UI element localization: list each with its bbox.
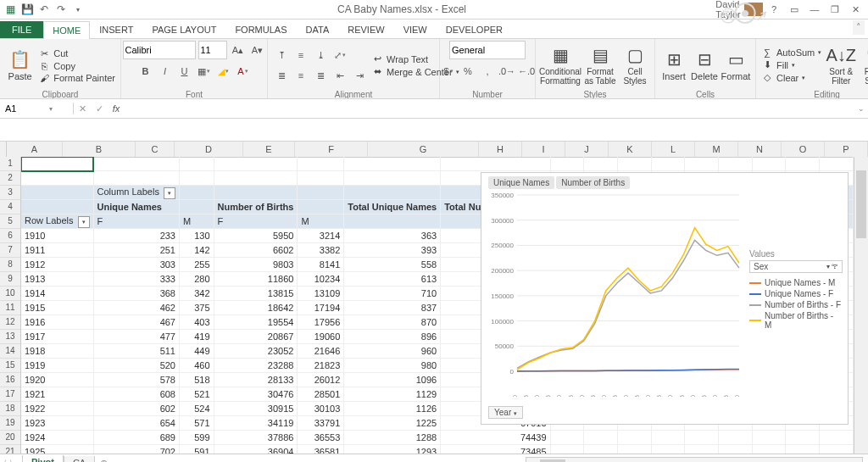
cell[interactable]: Total Unique Names: [344, 200, 441, 214]
cell[interactable]: 1911: [21, 243, 93, 258]
cell[interactable]: 21646: [298, 344, 344, 359]
tab-data[interactable]: DATA: [297, 20, 339, 38]
cell[interactable]: [786, 157, 820, 171]
format-cells-button[interactable]: ▭Format: [721, 43, 750, 87]
cell[interactable]: 403: [179, 315, 214, 330]
user-avatar[interactable]: [744, 3, 763, 16]
cell[interactable]: [685, 445, 719, 454]
legend-sex-filter[interactable]: Sex▾ 🝖: [749, 260, 843, 273]
bold-icon[interactable]: B: [137, 63, 154, 80]
indent-dec-icon[interactable]: ⇤: [331, 67, 348, 84]
cell[interactable]: 462: [93, 301, 179, 315]
cell[interactable]: [550, 157, 584, 171]
cell[interactable]: 608: [93, 387, 179, 402]
orientation-icon[interactable]: ⤢: [331, 47, 348, 64]
cell[interactable]: 520: [93, 359, 179, 373]
tab-home[interactable]: HOME: [43, 21, 90, 39]
col-header-K[interactable]: K: [609, 142, 652, 157]
cell[interactable]: 1225: [344, 416, 441, 431]
percent-icon[interactable]: %: [459, 63, 476, 80]
vertical-scrollbar[interactable]: [854, 157, 868, 454]
expand-formula-icon[interactable]: ⌄: [854, 104, 868, 113]
cell[interactable]: 30103: [298, 402, 344, 416]
cell[interactable]: 18642: [214, 301, 298, 315]
cell[interactable]: 477: [93, 330, 179, 344]
format-painter-button[interactable]: 🖌Format Painter: [38, 73, 115, 83]
row-header-10[interactable]: 10: [0, 287, 20, 301]
cell[interactable]: [651, 157, 685, 171]
col-header-B[interactable]: B: [63, 142, 136, 157]
legend-item[interactable]: Number of Births - M: [749, 311, 843, 330]
fx-icon[interactable]: fx: [108, 103, 125, 114]
row-header-5[interactable]: 5: [0, 214, 20, 229]
save-icon[interactable]: 💾: [20, 3, 34, 16]
cell[interactable]: 19554: [214, 315, 298, 330]
tab-insert[interactable]: INSERT: [90, 20, 142, 38]
cell[interactable]: 17956: [298, 315, 344, 330]
cell[interactable]: 36581: [298, 445, 344, 454]
redo-icon[interactable]: ↷: [54, 3, 68, 16]
cell[interactable]: 467: [93, 315, 179, 330]
cell[interactable]: [550, 431, 584, 445]
name-box[interactable]: [3, 103, 49, 114]
cell[interactable]: 3382: [298, 243, 344, 258]
font-size-input[interactable]: [198, 41, 227, 59]
row-header-17[interactable]: 17: [0, 387, 20, 402]
col-header-E[interactable]: E: [243, 142, 295, 157]
row-header-18[interactable]: 18: [0, 402, 20, 416]
cell[interactable]: F: [214, 214, 298, 229]
align-top-icon[interactable]: ⤒: [273, 47, 290, 64]
cell[interactable]: 460: [179, 359, 214, 373]
col-header-O[interactable]: O: [782, 142, 825, 157]
col-header-H[interactable]: H: [479, 142, 522, 157]
cell[interactable]: 521: [179, 387, 214, 402]
legend-item[interactable]: Number of Births - F: [749, 300, 843, 309]
cell[interactable]: [752, 431, 786, 445]
qat-more-icon[interactable]: ▾: [71, 3, 85, 16]
col-header-J[interactable]: J: [565, 142, 609, 157]
cell[interactable]: 8141: [298, 258, 344, 272]
cell[interactable]: [550, 445, 584, 454]
clear-button[interactable]: ◇Clear ▾: [761, 72, 821, 83]
new-sheet-icon[interactable]: ⊕: [100, 458, 108, 463]
cell[interactable]: 333: [93, 272, 179, 287]
cell[interactable]: 73485: [441, 445, 550, 454]
cell[interactable]: 37886: [214, 431, 298, 445]
cell[interactable]: 23288: [214, 359, 298, 373]
font-color-icon[interactable]: A: [235, 63, 252, 80]
row-header-20[interactable]: 20: [0, 431, 20, 445]
cell[interactable]: [344, 157, 441, 171]
cell[interactable]: 419: [179, 330, 214, 344]
copy-button[interactable]: ⎘Copy: [38, 61, 115, 71]
find-select-button[interactable]: 🔍Find & Select: [860, 43, 868, 87]
insert-cells-button[interactable]: ⊞Insert: [660, 43, 687, 87]
cell[interactable]: 1924: [21, 431, 93, 445]
cell[interactable]: 233: [93, 229, 179, 243]
cell[interactable]: 1918: [21, 344, 93, 359]
cell[interactable]: 19060: [298, 330, 344, 344]
chart-field-unique[interactable]: Unique Names: [488, 176, 554, 189]
cell[interactable]: [786, 445, 820, 454]
cell[interactable]: 36904: [214, 445, 298, 454]
cell[interactable]: [685, 157, 719, 171]
cell[interactable]: 393: [344, 243, 441, 258]
tab-formulas[interactable]: FORMULAS: [225, 20, 296, 38]
cell[interactable]: 602: [93, 402, 179, 416]
sheet-tab-pivot[interactable]: Pivot: [22, 455, 64, 462]
cell[interactable]: M: [179, 214, 214, 229]
cell[interactable]: [786, 431, 820, 445]
cell[interactable]: [21, 157, 93, 171]
cell[interactable]: [719, 445, 753, 454]
cell[interactable]: 1919: [21, 359, 93, 373]
col-header-D[interactable]: D: [175, 142, 243, 157]
cell[interactable]: 896: [344, 330, 441, 344]
row-header-19[interactable]: 19: [0, 416, 20, 431]
cell[interactable]: [344, 186, 441, 200]
sort-filter-button[interactable]: A↓ZSort & Filter: [825, 43, 857, 87]
cell[interactable]: [820, 157, 854, 171]
cell[interactable]: 1912: [21, 258, 93, 272]
col-header-G[interactable]: G: [368, 142, 479, 157]
cancel-formula-icon[interactable]: ✕: [74, 103, 91, 114]
cell[interactable]: 26012: [298, 373, 344, 387]
format-as-table-button[interactable]: ▤Format as Table: [583, 43, 617, 87]
